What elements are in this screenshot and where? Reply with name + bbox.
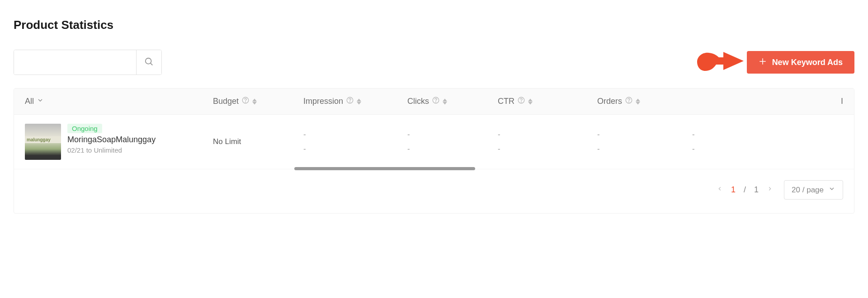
svg-marker-6: [252, 98, 257, 101]
search-input[interactable]: [14, 50, 136, 74]
cell-clicks: -: [407, 130, 410, 139]
help-icon: [625, 96, 633, 107]
page-size-select[interactable]: 20 / page: [784, 180, 843, 200]
pointing-hand-icon: [696, 48, 746, 82]
cell-budget: No Limit: [213, 137, 241, 146]
table-header: All Budget Impression: [14, 88, 854, 115]
search-button[interactable]: [136, 50, 161, 74]
table-row: malunggay Ongoing MoringaSoapMalunggay 0…: [14, 115, 854, 169]
product-date-range: 02/21 to Unlimited: [67, 146, 156, 154]
page-size-label: 20 / page: [792, 186, 824, 195]
new-keyword-ads-button[interactable]: New Keyword Ads: [747, 51, 854, 74]
column-header-budget[interactable]: Budget: [208, 96, 299, 107]
column-label: I: [841, 97, 843, 106]
svg-point-21: [629, 102, 629, 102]
svg-marker-11: [357, 102, 361, 104]
help-icon: [346, 96, 354, 107]
product-cell: malunggay Ongoing MoringaSoapMalunggay 0…: [14, 115, 208, 169]
page-next-button[interactable]: [767, 185, 773, 195]
sort-icon: [636, 98, 640, 105]
search-wrapper: [14, 50, 162, 75]
column-label: CTR: [498, 97, 514, 106]
svg-marker-23: [636, 102, 640, 104]
table-footer: 1 / 1 20 / page: [14, 169, 854, 213]
svg-marker-18: [528, 98, 533, 101]
chevron-left-icon: [717, 185, 723, 195]
status-badge: Ongoing: [67, 124, 102, 133]
svg-line-1: [150, 63, 152, 65]
column-header-ctr[interactable]: CTR: [493, 96, 593, 107]
sort-icon: [443, 98, 447, 105]
help-icon: [432, 96, 440, 107]
new-ads-label: New Keyword Ads: [772, 58, 843, 67]
cell-impression: -: [303, 130, 306, 139]
cell-impression-2: -: [303, 144, 306, 154]
page-separator: /: [744, 185, 746, 195]
page-title: Product Statistics: [14, 18, 854, 32]
sort-icon: [528, 98, 533, 105]
help-icon: [517, 96, 525, 107]
pagination: 1 / 1: [717, 185, 773, 195]
sort-icon: [357, 98, 361, 105]
svg-point-17: [521, 102, 522, 102]
right-actions: New Keyword Ads: [693, 46, 854, 79]
cell-last-2: -: [692, 144, 695, 154]
sort-icon: [252, 98, 257, 105]
chevron-right-icon: [767, 185, 773, 195]
svg-point-13: [436, 102, 436, 102]
svg-marker-19: [528, 102, 533, 104]
column-header-partial: I: [688, 97, 854, 106]
table: All Budget Impression: [14, 88, 854, 214]
column-header-orders[interactable]: Orders: [593, 96, 688, 107]
horizontal-scrollbar[interactable]: [294, 167, 475, 170]
help-icon: [241, 96, 250, 107]
cell-orders: -: [597, 130, 600, 139]
page-prev-button[interactable]: [717, 185, 723, 195]
toolbar: New Keyword Ads: [14, 46, 854, 79]
svg-marker-14: [443, 98, 447, 101]
chevron-down-icon: [828, 185, 835, 195]
svg-point-9: [350, 102, 350, 102]
column-header-clicks[interactable]: Clicks: [403, 96, 493, 107]
cell-last: -: [692, 130, 695, 139]
svg-marker-22: [636, 98, 640, 101]
plus-icon: [759, 57, 767, 68]
product-name: MoringaSoapMalunggay: [67, 135, 156, 144]
column-label: Orders: [597, 97, 622, 106]
cell-ctr: -: [498, 130, 500, 139]
search-icon: [144, 57, 154, 68]
cell-orders-2: -: [597, 144, 600, 154]
svg-point-0: [145, 58, 151, 64]
column-label: Clicks: [407, 97, 429, 106]
column-filter-all[interactable]: All: [14, 97, 208, 106]
cell-clicks-2: -: [407, 144, 410, 154]
product-thumbnail[interactable]: malunggay: [25, 124, 61, 160]
page-total: 1: [754, 185, 759, 195]
column-label: Impression: [303, 97, 343, 106]
svg-marker-7: [252, 102, 257, 104]
svg-point-5: [245, 102, 246, 102]
cell-ctr-2: -: [498, 144, 500, 154]
svg-marker-10: [357, 98, 361, 101]
chevron-down-icon: [37, 97, 44, 106]
svg-marker-15: [443, 102, 447, 104]
column-header-impression[interactable]: Impression: [299, 96, 403, 107]
filter-all-label: All: [25, 97, 34, 106]
page-current: 1: [731, 185, 736, 195]
thumb-label: malunggay: [25, 136, 61, 143]
column-label: Budget: [213, 97, 239, 106]
